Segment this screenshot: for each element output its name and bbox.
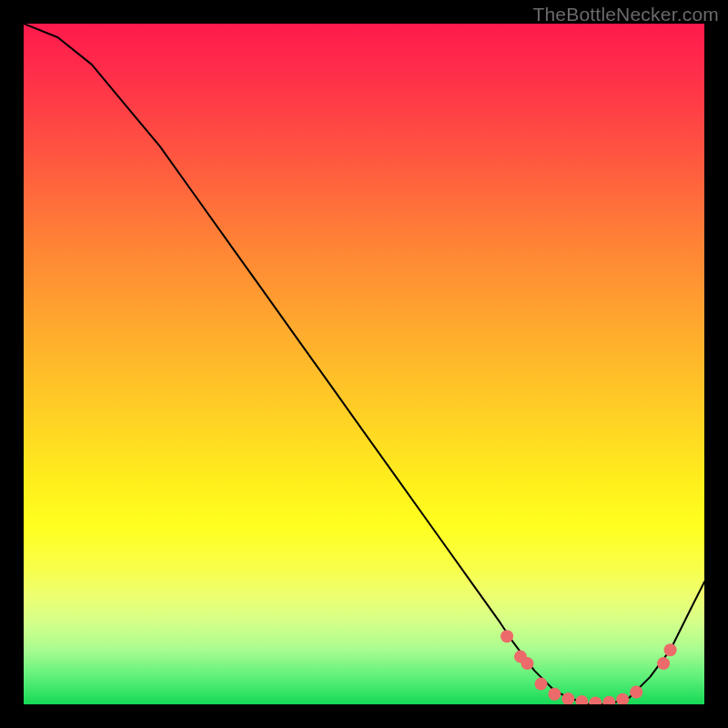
- plot-area: [24, 24, 704, 704]
- highlight-dot: [664, 643, 677, 656]
- chart-stage: TheBottleNecker.com: [0, 0, 728, 728]
- highlight-dot: [500, 630, 513, 642]
- highlight-dot: [548, 688, 561, 701]
- highlight-dot: [630, 686, 642, 699]
- watermark-text: TheBottleNecker.com: [532, 4, 719, 25]
- bottleneck-curve: [24, 24, 704, 704]
- highlight-dot: [657, 657, 670, 670]
- highlight-dots: [500, 630, 677, 704]
- highlight-dot: [589, 697, 602, 705]
- highlight-dot: [521, 657, 534, 670]
- chart-svg: [24, 24, 704, 704]
- highlight-dot: [602, 696, 615, 704]
- highlight-dot: [616, 693, 629, 704]
- highlight-dot: [535, 678, 548, 691]
- highlight-dot: [575, 695, 588, 704]
